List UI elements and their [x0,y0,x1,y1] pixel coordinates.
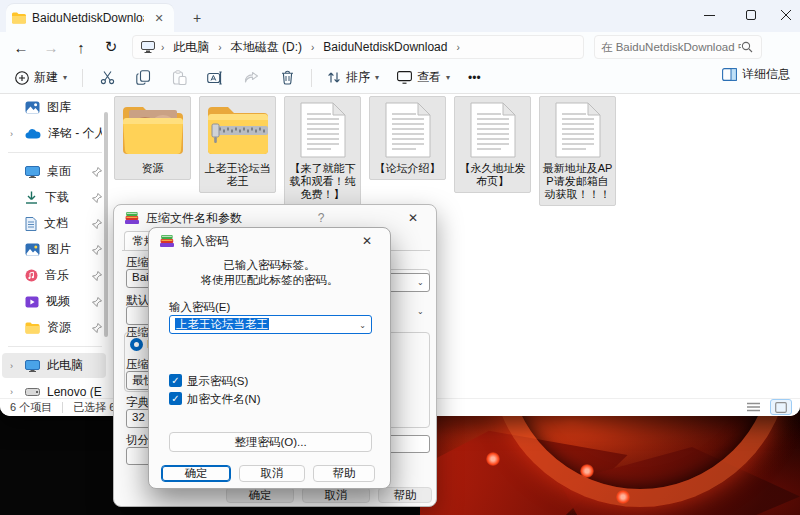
delete-button[interactable] [276,67,298,89]
sort-button[interactable]: 排序 ▾ [320,65,386,90]
onedrive-cloud-icon [25,128,41,139]
sidebar-item-onedrive[interactable]: › 泽铭 - 个人 [2,121,106,146]
breadcrumb-chevron: › [454,42,461,53]
pin-icon [92,245,102,255]
search-input[interactable] [601,41,741,53]
trash-icon [281,70,294,85]
toolbar-divider [311,69,312,87]
sidebar-item-gallery[interactable]: 图库 [2,95,106,120]
sidebar-item-ziyuan-folder[interactable]: 资源 [2,315,106,340]
close-window-button[interactable] [772,0,800,30]
text-file-icon [385,102,431,158]
sidebar-item-documents[interactable]: 文档 [2,211,106,236]
wallpaper-glow [616,490,630,504]
winrar-cancel-button[interactable]: 取消 [302,487,370,503]
password-cancel-button[interactable]: 取消 [239,465,305,482]
paste-icon [172,70,187,85]
desktop-wallpaper [420,412,800,515]
search-box[interactable] [594,35,762,59]
tab-close-icon[interactable]: ✕ [150,9,168,27]
sidebar-item-label: 泽铭 - 个人 [48,125,102,142]
sidebar-item-pictures[interactable]: 图片 [2,237,106,262]
expand-chevron-icon[interactable]: › [10,361,18,371]
sidebar-item-label: 文档 [44,215,85,232]
tab-bar: BaiduNetdiskDownload ✕ + [0,0,800,32]
file-item-txt-3[interactable]: 【永久地址发布页】 [454,96,531,193]
paste-button[interactable] [168,67,190,89]
winrar-help-button[interactable]: 帮助 [378,487,432,503]
new-label: 新建 [34,69,58,86]
sidebar-item-videos[interactable]: 视频 [2,289,106,314]
this-pc-icon [141,41,155,53]
password-help-button[interactable]: 帮助 [313,465,375,482]
details-label: 详细信息 [742,66,790,83]
encrypt-names-checkbox[interactable]: ✓ [169,392,182,405]
copy-button[interactable] [132,67,154,89]
forward-button[interactable]: → [36,35,66,59]
sidebar-scrollbar[interactable] [104,112,108,337]
drive-icon [25,388,40,396]
share-icon [244,71,259,85]
breadcrumb-this-pc[interactable]: 此电脑 [170,38,212,57]
details-view-button[interactable] [742,399,764,415]
folder-icon [25,322,40,334]
up-button[interactable]: ↑ [66,35,96,59]
sidebar-item-desktop[interactable]: 桌面 [2,159,106,184]
tab-title: BaiduNetdiskDownload [32,11,144,25]
screen: BaiduNetdiskDownload ✕ + ← → ↑ ↻ [0,0,800,515]
videos-icon [25,296,39,308]
sidebar-item-music[interactable]: 音乐 [2,263,106,288]
back-button[interactable]: ← [6,35,36,59]
file-item-txt-2[interactable]: 【论坛介绍】 [369,96,446,180]
folder-image-icon [121,104,185,156]
winrar-close-button[interactable]: ✕ [400,211,426,225]
address-bar[interactable]: › 此电脑 › 本地磁盘 (D:) › BaiduNetdiskDownload… [132,35,584,59]
wallpaper-glow [486,452,500,466]
show-password-checkbox[interactable]: ✓ [169,374,182,387]
new-tab-button[interactable]: + [186,8,208,28]
chevron-down-icon: ▾ [375,73,379,82]
share-button[interactable] [240,67,262,89]
refresh-button[interactable]: ↻ [96,35,126,59]
sidebar-item-this-pc[interactable]: › 此电脑 [2,353,106,378]
file-item-rar-folder[interactable]: 上老王论坛当老王 [199,96,276,193]
sidebar-item-label: 桌面 [47,163,85,180]
file-item-txt-1[interactable]: 【来了就能下载和观看！纯免费！】 [284,96,361,206]
password-close-button[interactable]: ✕ [354,234,380,248]
sidebar-item-downloads[interactable]: 下载 [2,185,106,210]
password-combo-input[interactable]: 上老王论坛当老王 ⌄ [169,315,372,334]
gallery-icon [25,101,40,114]
breadcrumb-current-folder[interactable]: BaiduNetdiskDownload [320,39,450,55]
expand-chevron-icon[interactable]: › [10,129,18,139]
maximize-button[interactable] [730,0,772,30]
sidebar-item-lenovo-e[interactable]: › Lenovo (E:) [2,379,106,400]
more-options-button[interactable]: ••• [461,67,488,89]
music-icon [25,269,38,282]
thumbnail-view-button[interactable] [770,399,792,415]
password-dialog-titlebar[interactable]: 输入密码 ✕ [149,228,390,254]
file-name: 【来了就能下载和观看！纯免费！】 [287,162,358,201]
file-name: 上老王论坛当老王 [202,162,273,188]
tab-baidunetdiskdownload[interactable]: BaiduNetdiskDownload ✕ [6,4,174,32]
winrar-ok-button[interactable]: 确定 [226,487,294,503]
minimize-icon [704,10,715,21]
details-pane-button[interactable]: 详细信息 [722,66,790,83]
organize-passwords-button[interactable]: 整理密码(O)... [169,432,372,452]
pin-icon [92,271,102,281]
help-question-button[interactable]: ? [311,211,331,225]
file-item-ziyuan[interactable]: 资源 [114,96,191,180]
password-ok-button[interactable]: 确定 [161,465,231,482]
view-button[interactable]: 查看 ▾ [390,65,457,90]
search-icon [741,41,753,53]
file-item-txt-4[interactable]: 最新地址及APP请发邮箱自动获取！！！ [539,96,616,206]
new-button[interactable]: 新建 ▾ [8,65,74,90]
rename-button[interactable] [204,67,226,89]
cut-button[interactable] [96,67,118,89]
new-plus-icon [15,71,29,85]
text-file-icon [470,102,516,158]
expand-chevron-icon[interactable]: › [10,387,18,397]
document-icon [25,217,37,231]
breadcrumb-drive-d[interactable]: 本地磁盘 (D:) [228,38,305,57]
minimize-button[interactable] [688,0,730,30]
format-rar-radio[interactable] [130,338,143,351]
